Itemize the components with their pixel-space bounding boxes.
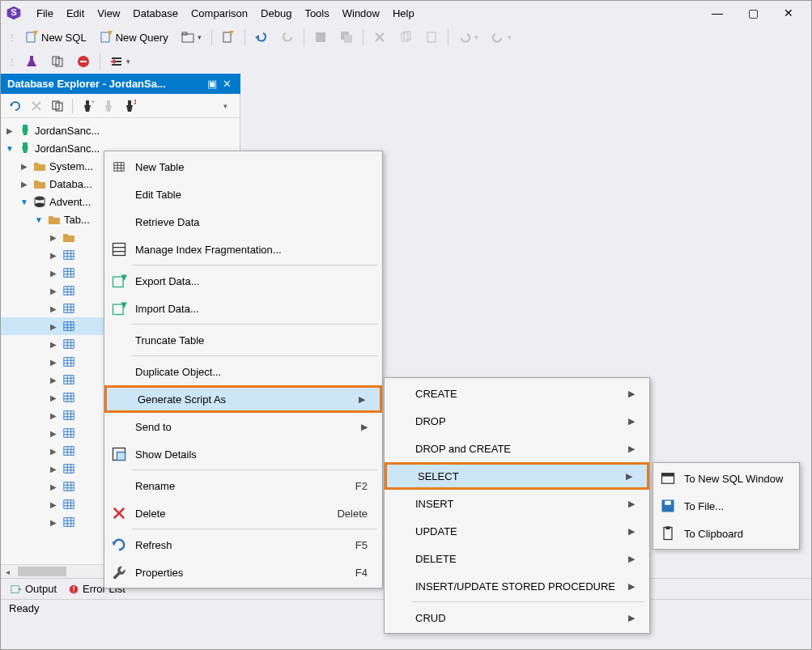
- save-all-button[interactable]: [335, 28, 358, 46]
- menu-database[interactable]: Database: [126, 4, 185, 23]
- menu-view[interactable]: View: [91, 4, 126, 23]
- add-connection-icon[interactable]: +: [81, 100, 94, 113]
- toolbar-grip-2[interactable]: ⋮: [6, 57, 17, 66]
- menu-duplicate[interactable]: Duplicate Object...: [104, 358, 382, 385]
- windows-icon[interactable]: [51, 100, 64, 113]
- menu-comparison[interactable]: Comparison: [185, 4, 254, 23]
- menu-truncate[interactable]: Truncate Table: [104, 326, 382, 354]
- menu-rename[interactable]: RenameF2: [104, 472, 382, 499]
- toolbar-sep-2: [244, 29, 245, 45]
- panel-pin-icon[interactable]: ▣: [205, 78, 219, 90]
- scroll-thumb[interactable]: [18, 567, 66, 576]
- menu-retrieve[interactable]: Retrieve Data: [104, 208, 382, 236]
- to-clipboard[interactable]: To Clipboard: [653, 520, 799, 547]
- menu-export[interactable]: Export Data...: [104, 267, 382, 295]
- submenu-select[interactable]: SELECT▶: [385, 462, 649, 490]
- error-icon: !: [68, 584, 79, 595]
- svg-text:S: S: [11, 7, 16, 17]
- remove-connection-icon[interactable]: ×: [123, 100, 136, 113]
- menu-edit-table[interactable]: Edit Table: [104, 181, 382, 208]
- submenu-create[interactable]: CREATE▶: [385, 380, 649, 407]
- submenu-update[interactable]: UPDATE▶: [385, 517, 649, 545]
- menu-tools[interactable]: Tools: [298, 4, 335, 23]
- menu-help[interactable]: Help: [386, 4, 421, 23]
- open-file-button[interactable]: ▾: [176, 28, 206, 46]
- svg-rect-4: [101, 32, 109, 42]
- menu-import[interactable]: Import Data...: [104, 295, 382, 322]
- table-icon: [111, 159, 127, 175]
- new-sql-label: New SQL: [41, 32, 87, 44]
- details-icon: [111, 446, 127, 462]
- dropdown-icon[interactable]: ▾: [219, 100, 232, 113]
- table-icon: [62, 498, 75, 511]
- close-button[interactable]: ✕: [771, 2, 806, 24]
- plug-icon: [19, 124, 32, 137]
- menu-edit[interactable]: Edit: [60, 4, 91, 23]
- execute-button[interactable]: [217, 28, 240, 46]
- remove-icon[interactable]: [30, 100, 43, 113]
- svg-rect-36: [64, 287, 74, 295]
- paste-button[interactable]: [420, 28, 443, 46]
- refresh-icon[interactable]: [9, 100, 22, 113]
- svg-marker-57: [121, 275, 128, 282]
- step-button[interactable]: ▾: [105, 53, 135, 70]
- minimize-button[interactable]: —: [699, 2, 735, 24]
- panel-close-icon[interactable]: ✕: [219, 78, 234, 90]
- connection-icon[interactable]: [102, 100, 115, 113]
- submenu-drop[interactable]: DROP▶: [385, 407, 649, 435]
- menu-delete[interactable]: DeleteDelete: [104, 499, 382, 527]
- svg-rect-34: [64, 251, 74, 260]
- menu-window[interactable]: Window: [336, 4, 386, 23]
- stop-button[interactable]: [72, 53, 95, 70]
- menu-mif[interactable]: Manage Index Fragmentation...: [104, 236, 382, 263]
- menu-refresh[interactable]: RefreshF5: [104, 531, 382, 559]
- copy2-button[interactable]: [46, 53, 69, 70]
- toolbar-grip[interactable]: ⋮: [6, 33, 17, 42]
- submenu-iusp[interactable]: INSERT/UPDATE STORED PROCEDURE▶: [385, 572, 649, 600]
- connection-node[interactable]: ▶ JordanSanc...: [1, 121, 240, 139]
- save-button[interactable]: [309, 28, 332, 46]
- to-file[interactable]: To File...: [653, 492, 799, 520]
- redo-disabled-button[interactable]: [276, 28, 299, 46]
- submenu-insert[interactable]: INSERT▶: [385, 490, 649, 517]
- undo-button[interactable]: [250, 28, 273, 46]
- tab-output[interactable]: Output: [11, 583, 57, 595]
- menu-show-details[interactable]: Show Details: [104, 440, 382, 468]
- menu-file[interactable]: File: [30, 4, 60, 23]
- cut-button[interactable]: [368, 28, 391, 46]
- submenu-delete[interactable]: DELETE▶: [385, 545, 649, 572]
- svg-rect-45: [64, 447, 74, 456]
- submenu-crud[interactable]: CRUD▶: [385, 604, 649, 631]
- flask-button[interactable]: [20, 53, 43, 70]
- new-query-label: New Query: [116, 32, 168, 44]
- svg-rect-64: [662, 474, 674, 477]
- table-icon: [62, 409, 75, 422]
- redo2-button[interactable]: ▾: [487, 28, 517, 46]
- folder-databa-label: Databa...: [49, 178, 92, 190]
- submenu-arrow-icon: ▶: [628, 499, 635, 509]
- menu-new-table[interactable]: New Table: [104, 153, 382, 181]
- to-new-window[interactable]: To New SQL Window: [653, 465, 799, 492]
- svg-rect-16: [427, 32, 436, 42]
- undo2-button[interactable]: ▾: [453, 28, 483, 46]
- refresh-icon: [111, 537, 127, 553]
- maximize-button[interactable]: ▢: [735, 2, 771, 24]
- fragment-icon: [111, 241, 127, 257]
- submenu-select-target: To New SQL Window To File... To Clipboar…: [653, 462, 800, 550]
- copy-button[interactable]: [394, 28, 417, 46]
- wrench-icon: [111, 564, 127, 580]
- menu-send-to[interactable]: Send to▶: [104, 413, 382, 440]
- clipboard-icon: [660, 525, 676, 542]
- menu-debug[interactable]: Debug: [254, 4, 298, 23]
- table-icon: [62, 391, 75, 404]
- svg-rect-58: [113, 304, 124, 315]
- svg-marker-59: [121, 303, 128, 309]
- menu-generate-script-as[interactable]: Generate Script As▶: [104, 385, 382, 413]
- new-sql-button[interactable]: New SQL: [20, 28, 91, 46]
- menu-properties[interactable]: PropertiesF4: [104, 559, 382, 586]
- submenu-arrow-icon: ▶: [628, 416, 635, 427]
- submenu-dropcreate[interactable]: DROP and CREATE▶: [385, 435, 649, 462]
- svg-rect-44: [64, 429, 74, 438]
- scroll-left-icon[interactable]: ◂: [1, 567, 15, 576]
- new-query-button[interactable]: New Query: [95, 28, 173, 46]
